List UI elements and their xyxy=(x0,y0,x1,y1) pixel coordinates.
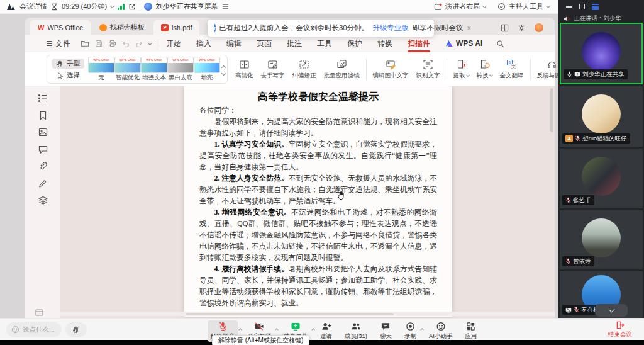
video-options-chevron-icon[interactable] xyxy=(275,325,278,332)
participant-tile[interactable]: 想rua猫猫的旺仔 xyxy=(560,86,643,147)
invite-button[interactable]: 邀请 xyxy=(317,320,335,342)
mic-muted-icon xyxy=(218,322,228,331)
file-menu[interactable]: 文件 xyxy=(47,38,74,49)
filter-enhance-text[interactable]: WPS Office 增强文本 xyxy=(141,57,167,82)
tab-lsh-pdf[interactable]: P lsh.pdf xyxy=(153,20,199,35)
docer-icon xyxy=(99,24,107,31)
record-button[interactable]: 录制 xyxy=(401,320,419,342)
toast-close-icon[interactable]: × xyxy=(467,24,471,33)
ocr-button[interactable]: 识别文字 xyxy=(413,59,444,80)
search-icon[interactable] xyxy=(496,40,504,48)
deskew-button[interactable]: 纠偏矫正 xyxy=(289,59,320,80)
redo-icon[interactable] xyxy=(135,40,143,47)
wps-vertical-scrollbar[interactable] xyxy=(550,88,553,132)
edit-image-text-button[interactable]: 编辑图中文字 xyxy=(369,59,413,80)
menu-home[interactable]: 开始 xyxy=(158,38,189,49)
host-tools-button[interactable]: 主持人工具 xyxy=(509,2,543,11)
collapse-participants-button[interactable] xyxy=(595,304,628,317)
sharing-status: 刘少华正在共享屏幕 xyxy=(156,2,218,11)
filters-scroll-down-icon[interactable] xyxy=(221,71,226,75)
menu-wps-ai[interactable]: WPS AI xyxy=(438,39,490,48)
print-icon[interactable] xyxy=(108,40,116,47)
mic-on-icon xyxy=(567,71,572,77)
doc-horizontal-scrollbar[interactable] xyxy=(60,312,555,316)
filter-none[interactable]: WPS Office 无 xyxy=(88,57,114,82)
extract-button[interactable]: 提取 xyxy=(450,59,473,80)
bookmark-icon[interactable] xyxy=(35,110,51,121)
upgrade-pro-link[interactable]: 升级专业版 xyxy=(372,23,409,33)
menu-edit[interactable]: 编辑 xyxy=(219,38,249,49)
network-signal-icon[interactable] xyxy=(118,4,125,10)
apps-button[interactable]: 应用 xyxy=(462,320,480,342)
page-view-toggle-icon[interactable] xyxy=(35,309,43,316)
share-link-icon[interactable] xyxy=(128,3,136,11)
members-button[interactable]: 成员(31) xyxy=(341,320,370,342)
filter-smart-optimize[interactable]: WPS Office 智能优化 xyxy=(114,57,141,82)
speaking-indicator: 正在讲话：刘少华 xyxy=(564,14,621,23)
menu-tools[interactable]: 工具 xyxy=(309,38,340,49)
wps-settings-gear-icon[interactable] xyxy=(518,24,526,32)
end-meeting-button[interactable]: 结束会议 xyxy=(599,321,641,339)
participant-name-label: 想rua猫猫的旺仔 xyxy=(562,133,630,144)
filters-scroll-up-icon[interactable] xyxy=(221,65,226,69)
filter-thumbnail: WPS Office xyxy=(88,57,114,73)
more-commands-chevron-icon[interactable] xyxy=(148,40,152,45)
tab-wps-office[interactable]: W WPS Office xyxy=(30,20,91,35)
tab-docer-templates[interactable]: 找稻壳模板 xyxy=(92,20,152,35)
thumbnail-image-icon[interactable] xyxy=(35,127,51,138)
host-tools-chevron-icon[interactable] xyxy=(546,4,550,8)
participant-tile[interactable]: 刘少华正在共享 xyxy=(560,23,643,84)
chat-message-input[interactable]: 说点什么... xyxy=(6,322,62,337)
menu-comment[interactable]: 批注 xyxy=(279,38,309,49)
undo-icon[interactable] xyxy=(122,40,130,47)
translate-button[interactable]: A文 全文翻译 xyxy=(496,59,528,80)
chevron-down-icon xyxy=(608,307,614,313)
meeting-timer[interactable]: 09:29 (40分钟) xyxy=(62,2,107,11)
coorganizer-badge-icon xyxy=(565,135,573,142)
outline-list-icon[interactable] xyxy=(35,93,51,104)
participant-tile[interactable]: 张艺千 xyxy=(560,149,643,208)
timer-chevron-icon[interactable] xyxy=(110,4,114,8)
menu-page[interactable]: 页面 xyxy=(249,38,279,49)
raise-hand-button[interactable] xyxy=(65,322,87,337)
wps-layout-icon[interactable] xyxy=(501,24,509,32)
record-options-chevron-icon[interactable] xyxy=(421,325,423,332)
save-icon[interactable] xyxy=(95,40,103,47)
presenter-layout-button[interactable]: 演讲者布局 xyxy=(445,2,480,11)
comment-icon[interactable] xyxy=(35,144,51,155)
hd-enhance-button[interactable]: 高清化 xyxy=(231,59,257,80)
smiley-icon xyxy=(11,325,19,334)
share-options-chevron-icon[interactable] xyxy=(312,325,314,332)
meeting-details-button[interactable]: 会议详情 xyxy=(19,2,47,11)
document-area[interactable]: 高等学校暑假安全温馨提示 各位同学： 暑假即将到来，为提高大家的安全防范意识和能… xyxy=(60,86,555,318)
menu-convert[interactable]: 转换 xyxy=(370,38,400,49)
wps-account-avatar[interactable] xyxy=(535,23,543,32)
signature-pen-icon[interactable] xyxy=(35,178,51,189)
maximize-icon[interactable] xyxy=(579,4,585,9)
menu-insert[interactable]: 插入 xyxy=(189,38,219,49)
menu-scan-active[interactable]: 扫描件 xyxy=(400,38,438,49)
batch-apply-filter-button[interactable]: 批量应用滤镜 xyxy=(320,59,364,80)
convert-button[interactable]: 转换 xyxy=(473,59,496,80)
minimize-icon[interactable] xyxy=(566,6,572,8)
menu-protect[interactable]: 保护 xyxy=(340,38,370,49)
ai-assistant-button[interactable]: AI小助手 xyxy=(426,320,455,342)
sharing-toolbar-icon[interactable] xyxy=(222,4,229,9)
chat-button[interactable]: 聊天 xyxy=(377,320,395,342)
layout-toggle-icon[interactable] xyxy=(592,4,599,10)
mic-options-chevron-icon[interactable] xyxy=(239,325,242,332)
filter-brighten[interactable]: WPS Office 增亮 xyxy=(194,57,220,82)
open-folder-icon[interactable] xyxy=(80,40,89,47)
participant-tile[interactable]: 曾依玲 xyxy=(560,210,643,269)
layers-icon[interactable] xyxy=(35,195,51,206)
doc-item-3: 3. 增强网络安全意识。不沉迷网络和电子游戏，对不熟悉的网络游戏、直播、QQ群、… xyxy=(199,206,437,263)
presenter-layout-chevron-icon[interactable] xyxy=(482,4,487,8)
attachment-icon[interactable] xyxy=(35,161,51,172)
filter-bw-clean[interactable]: WPS Office 黑白去底 xyxy=(167,57,194,82)
select-tool-button[interactable]: 选择 xyxy=(52,71,84,81)
remove-handwriting-button[interactable]: 去手写字 xyxy=(257,59,289,80)
ocr-icon xyxy=(423,59,433,70)
hand-tool-button[interactable]: 手型 xyxy=(52,59,84,69)
tencent-meeting-logo-icon xyxy=(6,3,16,11)
participant-name-label: 曾依玲 xyxy=(562,256,594,266)
